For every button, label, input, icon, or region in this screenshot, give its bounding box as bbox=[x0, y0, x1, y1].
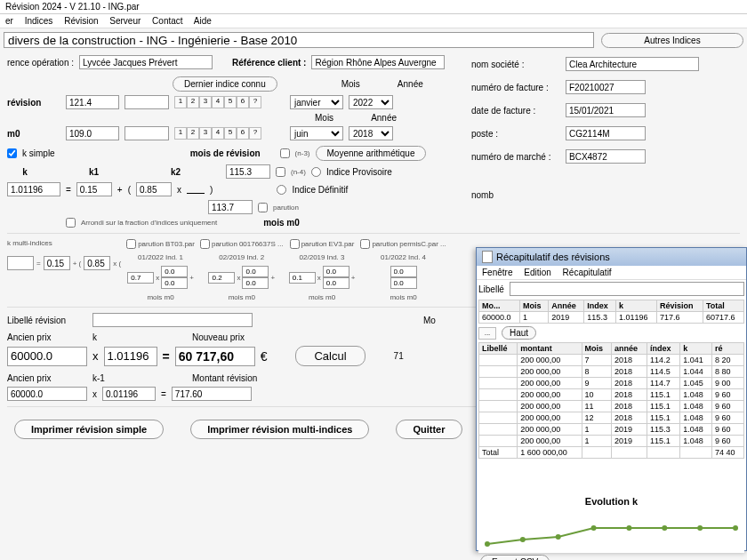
menu-item[interactable]: Serveur bbox=[109, 16, 141, 26]
c1-coef[interactable] bbox=[127, 272, 154, 284]
menu-item[interactable]: Contact bbox=[152, 16, 182, 26]
c3-coef[interactable] bbox=[289, 272, 316, 284]
km-k1[interactable] bbox=[44, 256, 70, 270]
quit-button[interactable]: Quitter bbox=[396, 420, 462, 439]
revision-mois-select[interactable]: janvier bbox=[290, 95, 343, 109]
revision-aux-input[interactable] bbox=[124, 95, 169, 109]
dernier-indice-button[interactable]: Dernier indice connu bbox=[173, 76, 277, 92]
num-btn[interactable]: 3 bbox=[199, 127, 212, 140]
p2-chk[interactable] bbox=[200, 239, 210, 249]
p3-chk[interactable] bbox=[290, 239, 300, 249]
recap-libelle-input[interactable] bbox=[510, 282, 744, 296]
libelle-revision-input[interactable] bbox=[92, 313, 253, 327]
table-row[interactable]: 200 000,00122018115.11.0489 60 bbox=[479, 412, 744, 424]
ref-operation-input[interactable] bbox=[79, 55, 213, 69]
num-btn[interactable]: 4 bbox=[212, 127, 224, 140]
calcul-button[interactable]: Calcul bbox=[295, 346, 365, 366]
m0-aux-input[interactable] bbox=[124, 126, 169, 140]
provisoire-label: Indice Provisoire bbox=[326, 167, 392, 177]
recap-menu-item[interactable]: Edition bbox=[524, 268, 551, 277]
table-row[interactable]: 200 000,00102018115.11.0489 60 bbox=[479, 389, 744, 401]
num-btn[interactable]: 3 bbox=[199, 96, 212, 108]
menu-item[interactable]: Révision bbox=[64, 16, 98, 26]
print-multi-button[interactable]: Imprimer révision multi-indices bbox=[190, 420, 369, 439]
table-row[interactable]: 200 000,0072018114.21.0418 20 bbox=[479, 355, 744, 366]
m0-mois-select[interactable]: juin bbox=[290, 126, 343, 140]
num2-input[interactable] bbox=[208, 200, 253, 214]
back-button[interactable]: ... bbox=[478, 327, 496, 340]
km-out[interactable] bbox=[7, 256, 34, 270]
arrondi-checkbox[interactable] bbox=[66, 218, 76, 228]
table-row[interactable]: 200 000,0092018114.71.0459 00 bbox=[479, 378, 744, 389]
c1-up[interactable] bbox=[161, 266, 188, 277]
export-csv-button[interactable]: Export CSV bbox=[480, 555, 550, 560]
k-value-input[interactable] bbox=[7, 182, 60, 196]
montant-rev-input[interactable] bbox=[172, 387, 252, 401]
table-row[interactable]: 200 000,0082018114.51.0448 80 bbox=[479, 366, 744, 378]
m0-value-input[interactable] bbox=[66, 126, 119, 140]
num-btn[interactable]: 2 bbox=[187, 96, 199, 108]
c2-dn[interactable] bbox=[242, 277, 269, 289]
km1-input[interactable] bbox=[102, 387, 156, 401]
provisoire-radio[interactable] bbox=[311, 167, 321, 177]
num-btn[interactable]: 1 bbox=[174, 127, 187, 140]
societe-input[interactable] bbox=[566, 57, 699, 71]
moyenne-button[interactable]: Moyenne arithmétique bbox=[316, 146, 427, 161]
c3-up[interactable] bbox=[323, 266, 349, 277]
num-btn[interactable]: 6 bbox=[237, 127, 249, 140]
table-row[interactable]: 200 000,0012019115.11.0489 60 bbox=[479, 436, 744, 447]
ancien-prix-input[interactable] bbox=[7, 347, 87, 366]
parution-checkbox[interactable] bbox=[258, 203, 268, 212]
km-k2[interactable] bbox=[84, 256, 110, 270]
description-field[interactable] bbox=[4, 32, 594, 48]
c2-up[interactable] bbox=[242, 266, 269, 277]
k-calc-input[interactable] bbox=[104, 347, 157, 366]
num-btn[interactable]: 5 bbox=[224, 96, 237, 108]
c1-dn[interactable] bbox=[161, 277, 188, 289]
c4-dn[interactable] bbox=[390, 277, 417, 289]
c4-up[interactable] bbox=[390, 266, 417, 277]
c3-dn[interactable] bbox=[323, 277, 349, 289]
marche-input[interactable] bbox=[566, 149, 646, 164]
facture-input[interactable] bbox=[566, 80, 646, 94]
num-btn[interactable]: ? bbox=[249, 127, 261, 140]
revision-annee-select[interactable]: 2022 bbox=[349, 95, 393, 109]
table-row[interactable]: 60000.012019115.31.01196717.660717.6 bbox=[479, 312, 744, 324]
n4-checkbox[interactable] bbox=[276, 167, 285, 177]
num-btn[interactable]: 5 bbox=[224, 127, 237, 140]
m0-annee-select[interactable]: 2018 bbox=[349, 126, 393, 140]
table-row[interactable]: 200 000,00112018115.11.0489 60 bbox=[479, 401, 744, 412]
num-btn[interactable]: 4 bbox=[212, 96, 224, 108]
num-btn[interactable]: 6 bbox=[237, 96, 249, 108]
table-row[interactable]: Total1 600 000,0074 40 bbox=[479, 447, 744, 459]
haut-button[interactable]: Haut bbox=[502, 326, 536, 340]
nouveau-prix-input[interactable] bbox=[175, 347, 255, 366]
c2-coef[interactable] bbox=[208, 272, 235, 284]
recap-titlebar[interactable]: Récapitulatif des révisions bbox=[477, 248, 746, 266]
n3-checkbox[interactable] bbox=[280, 148, 290, 158]
k1-value-input[interactable] bbox=[76, 182, 112, 196]
ksimple-checkbox[interactable] bbox=[7, 148, 17, 158]
num-btn[interactable]: 2 bbox=[187, 127, 199, 140]
p1-chk[interactable] bbox=[126, 239, 136, 249]
num-btn[interactable]: 1 bbox=[174, 96, 187, 108]
poste-input[interactable] bbox=[566, 126, 646, 140]
table-row[interactable]: 200 000,0012019115.31.0489 60 bbox=[479, 424, 744, 436]
num1-input[interactable] bbox=[226, 164, 270, 179]
ancien2-input[interactable] bbox=[7, 387, 87, 401]
p4-chk[interactable] bbox=[360, 239, 370, 249]
num-btn[interactable]: ? bbox=[249, 96, 261, 108]
autres-indices-button[interactable]: Autres Indices bbox=[601, 33, 743, 48]
recap-menu-item[interactable]: Fenêtre bbox=[482, 268, 512, 277]
ref-client-input[interactable] bbox=[311, 55, 445, 69]
date-facture-input[interactable] bbox=[566, 103, 646, 117]
menu-item[interactable]: Indices bbox=[25, 16, 53, 26]
print-simple-button[interactable]: Imprimer révision simple bbox=[14, 420, 164, 439]
definitif-radio[interactable] bbox=[277, 185, 286, 195]
menu-item[interactable]: er bbox=[5, 16, 13, 26]
nouveau-prix-label: Nouveau prix bbox=[192, 332, 245, 342]
k2-value-input[interactable] bbox=[136, 182, 172, 196]
menu-item[interactable]: Aide bbox=[194, 16, 212, 26]
recap-menu-item[interactable]: Récapitulatif bbox=[563, 268, 612, 277]
revision-value-input[interactable] bbox=[66, 95, 119, 109]
